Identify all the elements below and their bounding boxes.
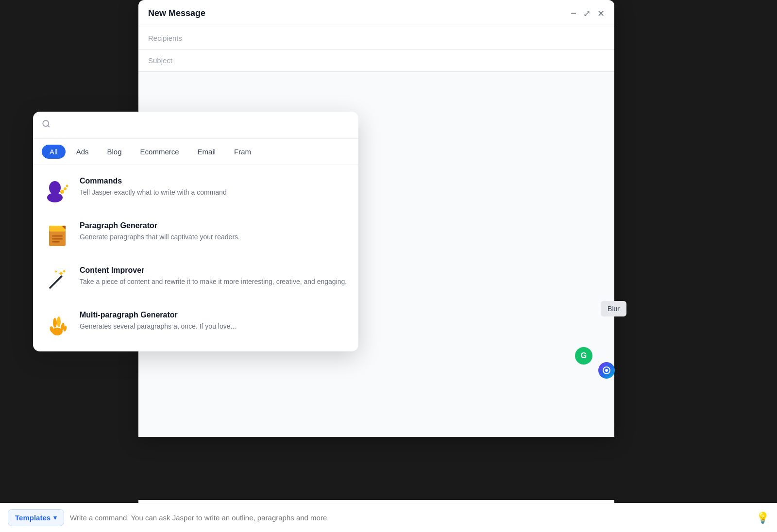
paragraph-icon bbox=[43, 221, 72, 250]
multiparagraph-title: Multi-paragraph Generator bbox=[80, 311, 349, 319]
templates-label: Templates bbox=[15, 514, 51, 522]
svg-text:✦: ✦ bbox=[54, 269, 58, 274]
paragraph-desc: Generate paragraphs that will captivate … bbox=[80, 232, 349, 242]
popup-search-bar bbox=[33, 112, 358, 139]
list-item[interactable]: Paragraph Generator Generate paragraphs … bbox=[33, 214, 358, 258]
tab-all[interactable]: All bbox=[42, 145, 66, 159]
close-icon[interactable]: ✕ bbox=[597, 8, 605, 19]
improver-icon-svg: ✦ ✦ ✦ bbox=[44, 267, 70, 294]
svg-text:✦: ✦ bbox=[62, 268, 67, 275]
list-item[interactable]: Commands Tell Jasper exactly what to wri… bbox=[33, 169, 358, 214]
improver-title: Content Improver bbox=[80, 266, 349, 275]
multiparagraph-icon-svg bbox=[44, 312, 70, 338]
tab-ecommerce[interactable]: Ecommerce bbox=[133, 145, 187, 159]
paragraph-content: Paragraph Generator Generate paragraphs … bbox=[80, 221, 349, 242]
paragraph-icon-svg bbox=[44, 223, 70, 249]
command-input[interactable] bbox=[70, 514, 750, 522]
templates-button[interactable]: Templates ▾ bbox=[8, 509, 64, 526]
svg-point-30 bbox=[57, 316, 61, 327]
svg-point-14 bbox=[47, 193, 63, 202]
tab-fram[interactable]: Fram bbox=[226, 145, 259, 159]
svg-line-23 bbox=[50, 276, 62, 288]
svg-rect-21 bbox=[52, 238, 63, 240]
popup-tabs: All Ads Blog Ecommerce Email Fram bbox=[33, 139, 358, 165]
expand-icon[interactable]: ⤢ bbox=[583, 8, 591, 19]
multiparagraph-icon bbox=[43, 311, 72, 340]
chevron-down-icon: ▾ bbox=[53, 514, 57, 521]
extension-svg bbox=[602, 366, 611, 375]
improver-content: Content Improver Take a piece of content… bbox=[80, 266, 349, 287]
tab-blog[interactable]: Blog bbox=[100, 145, 130, 159]
compose-header: New Message − ⤢ ✕ bbox=[138, 0, 614, 27]
commands-desc: Tell Jasper exactly what to write with a… bbox=[80, 187, 349, 198]
svg-point-15 bbox=[60, 190, 64, 194]
svg-rect-20 bbox=[52, 235, 63, 237]
svg-point-29 bbox=[53, 318, 57, 328]
commands-title: Commands bbox=[80, 177, 349, 185]
multiparagraph-content: Multi-paragraph Generator Generates seve… bbox=[80, 311, 349, 332]
extension-icon[interactable] bbox=[598, 362, 615, 379]
paragraph-title: Paragraph Generator bbox=[80, 221, 349, 230]
subject-field[interactable]: Subject bbox=[138, 50, 614, 72]
minimize-icon[interactable]: − bbox=[571, 8, 576, 19]
svg-rect-22 bbox=[52, 241, 60, 243]
compose-header-actions: − ⤢ ✕ bbox=[571, 8, 605, 19]
recipients-field[interactable]: Recipients bbox=[138, 27, 614, 50]
commands-content: Commands Tell Jasper exactly what to wri… bbox=[80, 177, 349, 198]
improver-desc: Take a piece of content and rewrite it t… bbox=[80, 277, 349, 287]
svg-point-1 bbox=[605, 369, 608, 372]
improver-icon: ✦ ✦ ✦ bbox=[43, 266, 72, 295]
popup-list: Commands Tell Jasper exactly what to wri… bbox=[33, 165, 358, 351]
list-item[interactable]: Multi-paragraph Generator Generates seve… bbox=[33, 303, 358, 348]
tab-ads[interactable]: Ads bbox=[68, 145, 97, 159]
svg-point-13 bbox=[49, 181, 61, 195]
commands-icon-svg bbox=[44, 178, 70, 204]
commands-icon bbox=[43, 177, 72, 206]
multiparagraph-desc: Generates several paragraphs at once. If… bbox=[80, 321, 349, 332]
svg-point-11 bbox=[43, 120, 49, 126]
list-item[interactable]: ✦ ✦ ✦ Content Improver Take a piece of c… bbox=[33, 258, 358, 303]
svg-line-12 bbox=[48, 125, 49, 127]
compose-title: New Message bbox=[148, 8, 205, 18]
lightbulb-icon[interactable]: 💡 bbox=[756, 512, 769, 524]
grammarly-icon[interactable]: G bbox=[575, 347, 592, 365]
command-bar: Templates ▾ 💡 bbox=[0, 503, 777, 532]
svg-point-17 bbox=[66, 185, 68, 187]
blur-button[interactable]: Blur bbox=[601, 301, 626, 316]
tab-email[interactable]: Email bbox=[190, 145, 224, 159]
popup-search-input[interactable] bbox=[55, 121, 350, 130]
popup-search-icon bbox=[42, 119, 51, 131]
templates-popup: All Ads Blog Ecommerce Email Fram bbox=[33, 112, 358, 351]
svg-point-16 bbox=[64, 187, 67, 190]
